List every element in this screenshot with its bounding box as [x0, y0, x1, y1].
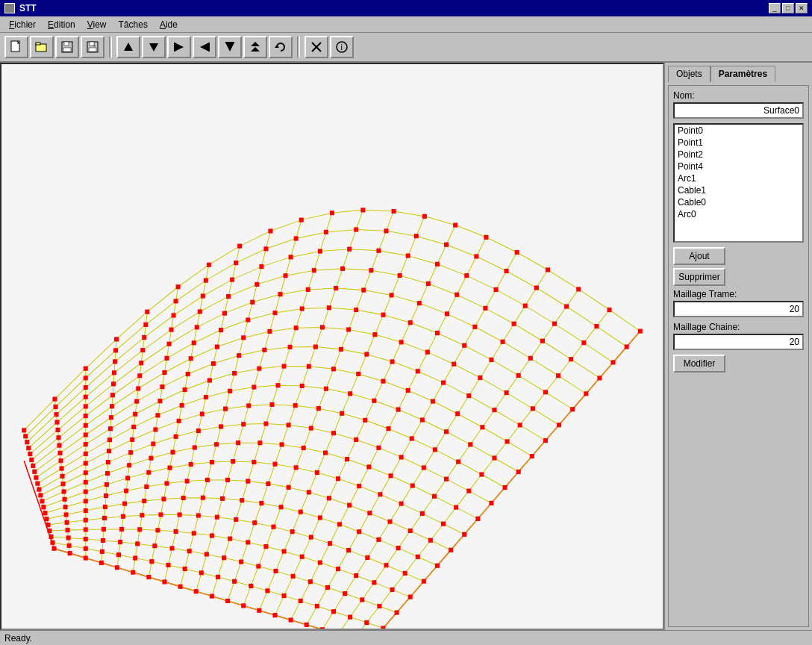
svg-rect-56 [234, 261, 238, 265]
tab-objets[interactable]: Objets [668, 66, 710, 82]
svg-rect-52 [113, 348, 118, 352]
svg-rect-412 [152, 543, 157, 548]
down-arrow-button[interactable] [218, 36, 242, 58]
svg-rect-212 [431, 399, 435, 404]
svg-rect-175 [32, 470, 37, 474]
svg-rect-290 [257, 440, 262, 445]
svg-rect-265 [174, 434, 178, 439]
maillage-chaine-input[interactable] [673, 334, 804, 350]
modifier-button[interactable]: Modifier [673, 355, 725, 373]
tab-parametres[interactable]: Paramètres [710, 66, 775, 82]
svg-rect-70 [25, 440, 29, 444]
menu-view[interactable]: View [81, 18, 113, 31]
new-button[interactable] [4, 36, 28, 58]
title-bar-left: STT [4, 3, 37, 13]
svg-rect-340 [408, 529, 413, 533]
cancel-button[interactable] [304, 36, 328, 58]
maillage-trame-input[interactable] [673, 301, 804, 317]
menu-aide[interactable]: Aide [154, 18, 184, 31]
down-button[interactable] [142, 36, 166, 58]
svg-rect-262 [106, 460, 110, 464]
list-item-arc0[interactable]: Arc0 [675, 208, 802, 220]
svg-rect-282 [84, 480, 88, 484]
save-as-button[interactable]: + [81, 36, 104, 58]
svg-rect-250 [316, 406, 321, 411]
maximize-button[interactable]: □ [782, 3, 794, 13]
up-arrows-button[interactable] [243, 36, 267, 58]
supprimer-button[interactable]: Supprimer [673, 268, 725, 286]
svg-rect-337 [347, 503, 352, 508]
svg-rect-374 [234, 517, 238, 522]
list-item-arc1[interactable]: Arc1 [675, 172, 802, 184]
svg-rect-246 [223, 407, 228, 411]
svg-rect-64 [474, 254, 478, 258]
svg-marker-20 [275, 45, 279, 48]
up-button[interactable] [116, 36, 140, 58]
list-item-point2[interactable]: Point2 [675, 149, 802, 161]
svg-rect-310 [231, 459, 235, 464]
svg-rect-397 [263, 544, 268, 549]
svg-rect-216 [530, 454, 534, 458]
info-button[interactable]: i [330, 36, 354, 58]
svg-rect-119 [222, 311, 227, 316]
ajout-button[interactable]: Ajout [673, 247, 725, 265]
svg-rect-240 [84, 461, 88, 466]
svg-rect-432 [133, 555, 137, 560]
svg-rect-439 [249, 584, 253, 588]
svg-rect-82 [376, 249, 381, 253]
nom-input[interactable] [673, 102, 804, 119]
list-item-cable1[interactable]: Cable1 [675, 184, 802, 196]
svg-rect-220 [107, 437, 112, 442]
svg-rect-373 [215, 515, 219, 520]
svg-rect-446 [364, 620, 369, 625]
svg-rect-230 [348, 391, 352, 396]
svg-rect-232 [396, 407, 401, 411]
svg-rect-348 [142, 499, 146, 503]
list-item-point4[interactable]: Point4 [675, 161, 802, 172]
svg-rect-391 [155, 528, 160, 532]
svg-rect-208 [331, 367, 336, 371]
svg-rect-86 [493, 287, 498, 292]
svg-rect-104 [398, 273, 402, 278]
menu-edition[interactable]: Edition [42, 18, 81, 31]
canvas-area[interactable] [0, 63, 664, 630]
svg-rect-48 [638, 329, 643, 334]
svg-rect-190 [416, 369, 420, 373]
svg-rect-237 [516, 470, 521, 474]
menu-taches[interactable]: Tâches [113, 18, 154, 31]
svg-rect-338 [367, 511, 372, 515]
svg-text:+: + [93, 43, 96, 48]
svg-rect-325 [104, 493, 108, 498]
svg-rect-306 [146, 470, 151, 475]
svg-rect-369 [140, 513, 144, 517]
svg-rect-344 [64, 512, 69, 517]
left-end-button[interactable] [193, 36, 216, 58]
svg-rect-388 [102, 527, 106, 532]
svg-rect-416 [222, 555, 226, 560]
save-button[interactable] [55, 36, 79, 58]
svg-rect-227 [275, 383, 280, 387]
svg-rect-197 [59, 458, 63, 463]
list-item-point1[interactable]: Point1 [675, 137, 802, 149]
svg-rect-367 [102, 516, 107, 520]
objects-listbox[interactable]: Point0 Point1 Point2 Point4 Arc1 Cable1 … [673, 123, 804, 243]
list-item-cable0[interactable]: Cable0 [675, 196, 802, 208]
svg-rect-280 [40, 499, 44, 503]
close-button[interactable]: ✕ [796, 3, 808, 13]
window-controls[interactable]: _ □ ✕ [769, 3, 808, 13]
refresh-button[interactable] [269, 36, 293, 58]
menu-fichier[interactable]: Fichier [3, 18, 42, 31]
right-button[interactable] [167, 36, 191, 58]
svg-rect-457 [194, 589, 199, 593]
svg-rect-193 [492, 408, 496, 412]
open-button[interactable] [30, 36, 54, 58]
svg-rect-68 [594, 324, 599, 328]
list-item-point0[interactable]: Point0 [675, 125, 802, 137]
minimize-button[interactable]: _ [769, 3, 781, 13]
svg-rect-143 [300, 306, 304, 311]
svg-rect-454 [146, 575, 151, 579]
svg-rect-125 [390, 293, 394, 297]
svg-rect-236 [492, 455, 496, 460]
svg-rect-103 [369, 268, 373, 272]
maillage-trame-label: Maillage Trame: [673, 289, 804, 299]
